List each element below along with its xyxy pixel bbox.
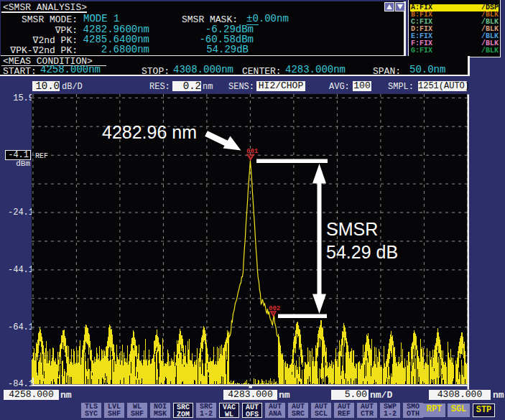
- svg-text:REF: REF: [35, 152, 48, 160]
